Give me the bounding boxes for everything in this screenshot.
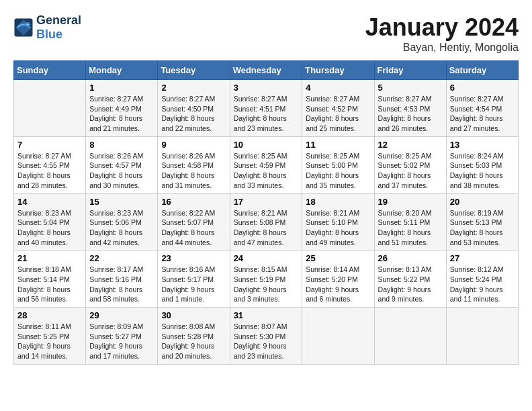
- week-row-3: 14Sunrise: 8:23 AM Sunset: 5:04 PM Dayli…: [14, 193, 519, 250]
- day-number: 28: [17, 310, 82, 320]
- calendar-cell: 22Sunrise: 8:17 AM Sunset: 5:16 PM Dayli…: [86, 250, 158, 308]
- day-info: Sunrise: 8:13 AM Sunset: 5:22 PM Dayligh…: [378, 265, 443, 304]
- day-info: Sunrise: 8:27 AM Sunset: 4:55 PM Dayligh…: [17, 151, 82, 191]
- day-number: 17: [234, 197, 299, 207]
- day-info: Sunrise: 8:19 AM Sunset: 5:13 PM Dayligh…: [450, 208, 515, 248]
- day-number: 31: [234, 310, 299, 320]
- calendar-cell: 31Sunrise: 8:07 AM Sunset: 5:30 PM Dayli…: [230, 308, 302, 365]
- calendar-cell: 5Sunrise: 8:27 AM Sunset: 4:53 PM Daylig…: [374, 80, 446, 137]
- week-row-2: 7Sunrise: 8:27 AM Sunset: 4:55 PM Daylig…: [14, 136, 519, 193]
- header-monday: Monday: [86, 61, 158, 80]
- day-number: 12: [378, 140, 443, 150]
- day-info: Sunrise: 8:07 AM Sunset: 5:30 PM Dayligh…: [234, 322, 299, 361]
- calendar-cell: 24Sunrise: 8:15 AM Sunset: 5:19 PM Dayli…: [230, 250, 302, 308]
- calendar-cell: 15Sunrise: 8:23 AM Sunset: 5:06 PM Dayli…: [86, 193, 158, 250]
- day-info: Sunrise: 8:27 AM Sunset: 4:53 PM Dayligh…: [378, 94, 443, 134]
- day-info: Sunrise: 8:25 AM Sunset: 5:02 PM Dayligh…: [378, 151, 443, 191]
- calendar-cell: 13Sunrise: 8:24 AM Sunset: 5:03 PM Dayli…: [446, 136, 518, 193]
- day-number: 6: [450, 83, 515, 93]
- day-number: 8: [89, 140, 154, 150]
- day-info: Sunrise: 8:27 AM Sunset: 4:54 PM Dayligh…: [450, 94, 515, 134]
- calendar-cell: 20Sunrise: 8:19 AM Sunset: 5:13 PM Dayli…: [446, 193, 518, 250]
- header-friday: Friday: [374, 61, 446, 80]
- calendar-cell: 1Sunrise: 8:27 AM Sunset: 4:49 PM Daylig…: [86, 80, 158, 137]
- day-number: 10: [234, 140, 299, 150]
- day-number: 21: [17, 253, 82, 263]
- calendar-cell: [374, 308, 446, 365]
- header-section: General Blue January 2024 Bayan, Hentiy,…: [13, 13, 519, 54]
- header-thursday: Thursday: [302, 61, 374, 80]
- calendar-cell: 29Sunrise: 8:09 AM Sunset: 5:27 PM Dayli…: [86, 308, 158, 365]
- day-info: Sunrise: 8:26 AM Sunset: 4:58 PM Dayligh…: [161, 151, 226, 191]
- calendar-cell: 28Sunrise: 8:11 AM Sunset: 5:25 PM Dayli…: [14, 308, 86, 365]
- day-info: Sunrise: 8:23 AM Sunset: 5:06 PM Dayligh…: [89, 208, 154, 248]
- day-info: Sunrise: 8:21 AM Sunset: 5:08 PM Dayligh…: [234, 208, 299, 248]
- calendar-cell: 14Sunrise: 8:23 AM Sunset: 5:04 PM Dayli…: [14, 193, 86, 250]
- day-number: 14: [17, 197, 82, 207]
- calendar-title: January 2024: [365, 13, 519, 42]
- calendar-cell: 12Sunrise: 8:25 AM Sunset: 5:02 PM Dayli…: [374, 136, 446, 193]
- day-number: 1: [89, 83, 154, 93]
- day-number: 29: [89, 310, 154, 320]
- day-info: Sunrise: 8:23 AM Sunset: 5:04 PM Dayligh…: [17, 208, 82, 248]
- day-info: Sunrise: 8:09 AM Sunset: 5:27 PM Dayligh…: [89, 322, 154, 361]
- calendar-cell: 16Sunrise: 8:22 AM Sunset: 5:07 PM Dayli…: [158, 193, 230, 250]
- calendar-cell: 26Sunrise: 8:13 AM Sunset: 5:22 PM Dayli…: [374, 250, 446, 308]
- day-number: 7: [17, 140, 82, 150]
- day-info: Sunrise: 8:11 AM Sunset: 5:25 PM Dayligh…: [17, 322, 82, 361]
- day-info: Sunrise: 8:12 AM Sunset: 5:24 PM Dayligh…: [450, 265, 515, 304]
- title-block: January 2024 Bayan, Hentiy, Mongolia: [365, 13, 519, 54]
- header-saturday: Saturday: [446, 61, 518, 80]
- week-row-1: 1Sunrise: 8:27 AM Sunset: 4:49 PM Daylig…: [14, 80, 519, 137]
- day-info: Sunrise: 8:25 AM Sunset: 5:00 PM Dayligh…: [306, 151, 370, 191]
- logo-line1: General: [36, 13, 81, 27]
- day-number: 11: [306, 140, 370, 150]
- day-info: Sunrise: 8:22 AM Sunset: 5:07 PM Dayligh…: [161, 208, 226, 248]
- calendar-cell: 9Sunrise: 8:26 AM Sunset: 4:58 PM Daylig…: [158, 136, 230, 193]
- day-info: Sunrise: 8:26 AM Sunset: 4:57 PM Dayligh…: [89, 151, 154, 191]
- day-info: Sunrise: 8:20 AM Sunset: 5:11 PM Dayligh…: [378, 208, 443, 248]
- calendar-cell: 8Sunrise: 8:26 AM Sunset: 4:57 PM Daylig…: [86, 136, 158, 193]
- day-number: 4: [306, 83, 370, 93]
- calendar-subtitle: Bayan, Hentiy, Mongolia: [365, 42, 519, 54]
- calendar-cell: 2Sunrise: 8:27 AM Sunset: 4:50 PM Daylig…: [158, 80, 230, 137]
- header-sunday: Sunday: [14, 61, 86, 80]
- day-number: 5: [378, 83, 443, 93]
- week-row-5: 28Sunrise: 8:11 AM Sunset: 5:25 PM Dayli…: [14, 308, 519, 365]
- day-number: 23: [161, 253, 226, 263]
- calendar-cell: 19Sunrise: 8:20 AM Sunset: 5:11 PM Dayli…: [374, 193, 446, 250]
- day-number: 15: [89, 197, 154, 207]
- calendar-cell: 6Sunrise: 8:27 AM Sunset: 4:54 PM Daylig…: [446, 80, 518, 137]
- day-number: 16: [161, 197, 226, 207]
- day-info: Sunrise: 8:27 AM Sunset: 4:49 PM Dayligh…: [89, 94, 154, 134]
- day-info: Sunrise: 8:15 AM Sunset: 5:19 PM Dayligh…: [234, 265, 299, 304]
- calendar-table: SundayMondayTuesdayWednesdayThursdayFrid…: [13, 60, 519, 365]
- calendar-cell: 11Sunrise: 8:25 AM Sunset: 5:00 PM Dayli…: [302, 136, 374, 193]
- calendar-cell: 27Sunrise: 8:12 AM Sunset: 5:24 PM Dayli…: [446, 250, 518, 308]
- day-info: Sunrise: 8:16 AM Sunset: 5:17 PM Dayligh…: [161, 265, 226, 304]
- day-info: Sunrise: 8:14 AM Sunset: 5:20 PM Dayligh…: [306, 265, 370, 304]
- calendar-cell: 7Sunrise: 8:27 AM Sunset: 4:55 PM Daylig…: [14, 136, 86, 193]
- calendar-cell: [302, 308, 374, 365]
- calendar-cell: 3Sunrise: 8:27 AM Sunset: 4:51 PM Daylig…: [230, 80, 302, 137]
- day-number: 19: [378, 197, 443, 207]
- day-number: 13: [450, 140, 515, 150]
- logo: General Blue: [13, 13, 81, 41]
- day-number: 25: [306, 253, 370, 263]
- calendar-cell: 30Sunrise: 8:08 AM Sunset: 5:28 PM Dayli…: [158, 308, 230, 365]
- day-info: Sunrise: 8:24 AM Sunset: 5:03 PM Dayligh…: [450, 151, 515, 191]
- week-row-4: 21Sunrise: 8:18 AM Sunset: 5:14 PM Dayli…: [14, 250, 519, 308]
- header-tuesday: Tuesday: [158, 61, 230, 80]
- day-number: 24: [234, 253, 299, 263]
- calendar-cell: 10Sunrise: 8:25 AM Sunset: 4:59 PM Dayli…: [230, 136, 302, 193]
- calendar-cell: 17Sunrise: 8:21 AM Sunset: 5:08 PM Dayli…: [230, 193, 302, 250]
- day-number: 9: [161, 140, 226, 150]
- day-info: Sunrise: 8:25 AM Sunset: 4:59 PM Dayligh…: [234, 151, 299, 191]
- calendar-cell: 21Sunrise: 8:18 AM Sunset: 5:14 PM Dayli…: [14, 250, 86, 308]
- day-number: 3: [234, 83, 299, 93]
- day-number: 20: [450, 197, 515, 207]
- day-info: Sunrise: 8:27 AM Sunset: 4:52 PM Dayligh…: [306, 94, 370, 134]
- day-info: Sunrise: 8:27 AM Sunset: 4:50 PM Dayligh…: [161, 94, 226, 134]
- day-number: 26: [378, 253, 443, 263]
- day-info: Sunrise: 8:17 AM Sunset: 5:16 PM Dayligh…: [89, 265, 154, 304]
